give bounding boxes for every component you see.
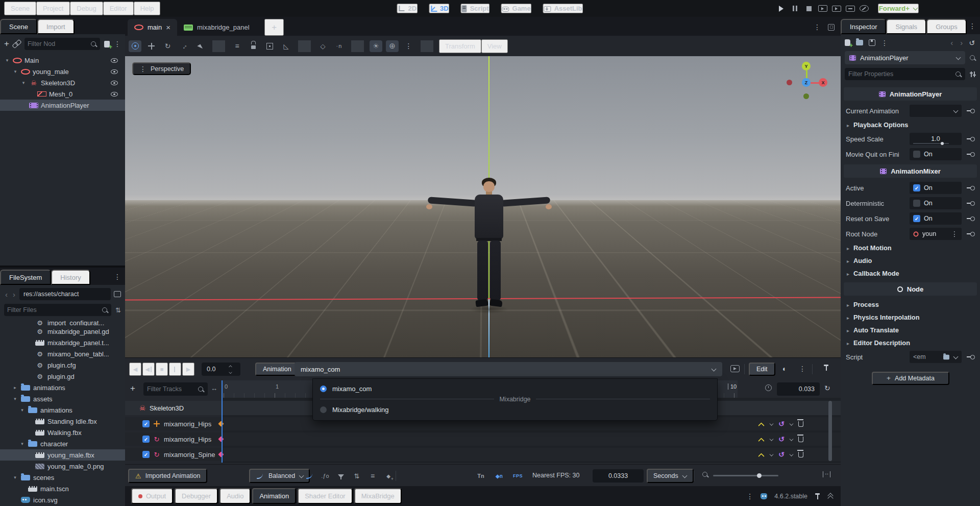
pin-bottom-panel-icon[interactable] xyxy=(815,493,820,499)
interpolation-mode-icon[interactable] xyxy=(758,437,765,442)
key-icon[interactable] xyxy=(967,108,975,113)
gizmo-x-ball[interactable]: X xyxy=(819,78,827,87)
chevron-down-icon[interactable] xyxy=(770,422,773,425)
visibility-eye-icon[interactable] xyxy=(111,58,118,63)
spin-up-icon[interactable] xyxy=(229,365,232,368)
menu-item[interactable]: Scene xyxy=(4,2,36,15)
chevron-down-icon[interactable] xyxy=(790,452,793,456)
timeline-playhead[interactable] xyxy=(222,380,223,463)
toggle-split-mode-icon[interactable] xyxy=(114,291,121,297)
file-tree-row[interactable]: young_male.fbx xyxy=(0,449,125,461)
filter-properties-input[interactable] xyxy=(848,70,953,78)
section-animationplayer[interactable]: AnimationPlayer xyxy=(844,87,977,101)
expand-bottom-panel-icon[interactable] xyxy=(827,493,834,499)
new-scene-tab-button[interactable] xyxy=(264,19,284,36)
file-tree-row[interactable]: plugin.cfg xyxy=(0,359,125,371)
file-tree-row[interactable]: icon.svg xyxy=(0,494,125,505)
animation-menu-button[interactable]: Animation xyxy=(255,363,299,376)
preview-environment-icon[interactable] xyxy=(386,40,399,52)
separator[interactable] xyxy=(212,40,225,52)
sort-icon[interactable] xyxy=(352,471,361,480)
file-tree-row[interactable]: scenes xyxy=(0,472,125,483)
renderer-selector[interactable]: Forward+ xyxy=(878,4,919,13)
tool-scale-icon[interactable] xyxy=(178,40,190,52)
delete-track-icon[interactable] xyxy=(798,421,803,427)
movie-writer-button[interactable] xyxy=(846,6,855,12)
dock-tab[interactable]: Signals xyxy=(886,19,926,34)
insert-key-icon[interactable] xyxy=(384,471,393,480)
animation-track-row[interactable]: mixamorig_Spine xyxy=(125,448,841,461)
workspace-tab-2d[interactable]: 2D xyxy=(397,4,418,13)
add-track-button[interactable] xyxy=(130,383,135,394)
dock-tab[interactable]: Inspector xyxy=(841,19,886,34)
menu-item[interactable]: Help xyxy=(134,2,161,15)
step-value-input[interactable] xyxy=(593,469,644,483)
loop-animation-icon[interactable] xyxy=(824,384,830,392)
time-value-input[interactable] xyxy=(202,366,227,373)
expand-viewport-icon[interactable] xyxy=(828,24,835,31)
script-picker[interactable]: <em xyxy=(910,351,962,363)
inspector-group[interactable]: Callback Mode xyxy=(844,267,977,280)
group-playback-options[interactable]: Playback Options xyxy=(844,118,977,131)
node-path-options-icon[interactable] xyxy=(951,230,958,238)
chevron-down-icon[interactable] xyxy=(770,437,773,441)
key-icon[interactable] xyxy=(967,201,975,206)
bottom-panel-tab[interactable]: Debugger xyxy=(175,488,218,504)
inspector-group[interactable]: Physics Interpolation xyxy=(844,311,977,324)
wrap-mode-icon[interactable] xyxy=(778,450,785,459)
inspector-group[interactable]: Editor Description xyxy=(844,336,977,349)
timeline-zoom-slider[interactable] xyxy=(713,475,778,476)
file-tree-row[interactable]: animations xyxy=(0,404,125,416)
filesystem-options-icon[interactable] xyxy=(114,273,121,281)
animation-option[interactable]: mixamo_com xyxy=(313,381,717,396)
play-backwards-from-end-button[interactable] xyxy=(129,363,141,376)
navigation-gizmo[interactable]: Y X Z xyxy=(783,60,829,106)
play-animation-button[interactable] xyxy=(182,363,194,376)
group-icon[interactable] xyxy=(263,40,276,52)
gizmo-negative-x-ball[interactable] xyxy=(787,80,792,85)
nav-back-icon[interactable]: ‹ xyxy=(4,290,9,299)
inspector-group[interactable]: Audio xyxy=(844,254,977,267)
movie-quit-toggle[interactable]: On xyxy=(910,148,962,160)
scene-tab[interactable]: main xyxy=(128,19,177,36)
snap-time-icon[interactable] xyxy=(476,471,485,480)
fps-mode-icon[interactable] xyxy=(513,471,523,480)
filter-nodes-input[interactable] xyxy=(28,40,88,47)
workspace-tab-assetlib[interactable]: AssetLib xyxy=(543,4,583,13)
scene-options-icon[interactable] xyxy=(114,40,121,48)
save-resource-icon[interactable] xyxy=(869,39,875,46)
file-tree-row[interactable]: mixabridge_panel.t... xyxy=(0,337,125,348)
file-tree-row[interactable]: Standing Idle.fbx xyxy=(0,416,125,427)
gizmo-y-ball[interactable]: Y xyxy=(802,62,811,70)
separator[interactable] xyxy=(298,40,311,52)
file-tree-row[interactable]: young_male_0.png xyxy=(0,461,125,472)
workspace-tab-script[interactable]: Script xyxy=(461,4,490,13)
filter-tracks-input[interactable] xyxy=(147,385,195,393)
renderer-features-button[interactable] xyxy=(860,5,869,12)
delete-track-icon[interactable] xyxy=(798,437,803,442)
function-icon[interactable] xyxy=(321,471,330,480)
dock-tab[interactable]: Groups xyxy=(926,19,967,34)
menu-item[interactable]: Editor xyxy=(103,2,134,15)
wrap-mode-icon[interactable] xyxy=(778,420,785,428)
checkbox[interactable] xyxy=(913,151,920,158)
folder-arrow-icon[interactable] xyxy=(19,441,25,446)
zoom-slider-handle[interactable] xyxy=(757,473,762,478)
history-icon[interactable] xyxy=(969,39,975,47)
animation-options-icon[interactable] xyxy=(799,365,806,373)
new-resource-icon[interactable] xyxy=(845,39,850,46)
keyframe-icon[interactable] xyxy=(218,436,224,442)
file-tree-row[interactable]: plugin.gd xyxy=(0,371,125,382)
bottom-options-icon[interactable] xyxy=(746,492,753,500)
key-icon[interactable] xyxy=(967,231,975,236)
nav-forward-icon[interactable]: › xyxy=(12,290,16,299)
load-script-icon[interactable] xyxy=(943,354,949,359)
open-docs-icon[interactable] xyxy=(969,55,976,61)
selection-cursor-icon[interactable] xyxy=(194,40,207,52)
resource-options-icon[interactable] xyxy=(881,39,888,47)
snap-step-input[interactable] xyxy=(777,382,820,396)
history-forward-icon[interactable]: › xyxy=(959,38,964,47)
filter-files-input[interactable] xyxy=(7,306,100,314)
scene-tree-row[interactable]: Main xyxy=(0,55,125,66)
inspector-group[interactable]: Auto Translate xyxy=(844,324,977,336)
